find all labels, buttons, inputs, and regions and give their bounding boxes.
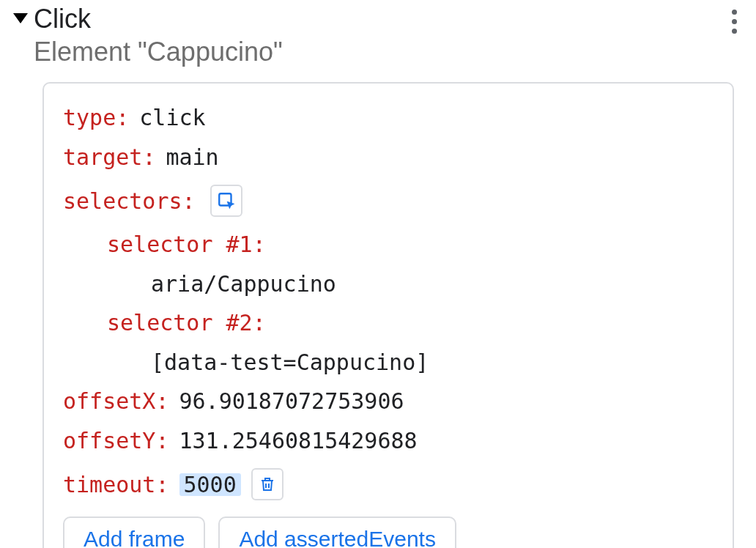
delete-timeout-button[interactable]: [251, 468, 284, 500]
field-timeout[interactable]: timeout: 5000: [63, 468, 714, 500]
field-key: offsetX: [63, 390, 155, 413]
field-key: selector #2: [107, 311, 253, 335]
field-selector-2[interactable]: selector #2:: [63, 311, 714, 335]
field-offset-x[interactable]: offsetX: 96.90187072753906: [63, 390, 714, 413]
step-action-buttons: Add frame Add assertedEvents: [63, 516, 714, 548]
field-value: [data-test=Cappucino]: [151, 351, 429, 374]
recorder-step: Click Element "Cappucino" type: click ta…: [0, 0, 756, 548]
field-offset-y[interactable]: offsetY: 131.25460815429688: [63, 429, 714, 453]
field-value: aria/Cappucino: [151, 273, 336, 296]
collapse-toggle-icon[interactable]: [13, 13, 28, 23]
selector-picker-icon: [217, 191, 236, 210]
field-value: click: [139, 106, 205, 130]
field-key: offsetY: [63, 429, 155, 453]
field-target[interactable]: target: main: [63, 146, 714, 169]
field-key: selectors: [63, 190, 182, 213]
field-value: 96.90187072753906: [179, 390, 404, 413]
field-key: timeout: [63, 473, 155, 497]
pick-element-button[interactable]: [210, 185, 242, 217]
field-selector-1-value[interactable]: aria/Cappucino: [63, 273, 714, 296]
timeout-input[interactable]: 5000: [179, 473, 241, 497]
field-value: main: [166, 146, 218, 169]
step-menu-button[interactable]: [719, 3, 749, 36]
add-asserted-events-button[interactable]: Add assertedEvents: [218, 516, 456, 548]
trash-icon: [259, 475, 276, 493]
field-value: 131.25460815429688: [179, 429, 418, 453]
field-selectors[interactable]: selectors:: [63, 185, 714, 217]
step-header: Click Element "Cappucino": [13, 3, 749, 67]
step-title: Click: [34, 3, 719, 34]
field-selector-1[interactable]: selector #1:: [63, 233, 714, 256]
kebab-icon: [732, 7, 737, 36]
field-key: type: [63, 106, 116, 130]
step-header-titles: Click Element "Cappucino": [34, 3, 719, 67]
field-key: selector #1: [107, 233, 253, 256]
step-details-panel: type: click target: main selectors: sele…: [42, 82, 734, 548]
field-selector-2-value[interactable]: [data-test=Cappucino]: [63, 351, 714, 374]
add-frame-button[interactable]: Add frame: [63, 516, 205, 548]
field-key: target: [63, 146, 142, 169]
field-type[interactable]: type: click: [63, 106, 714, 130]
step-subtitle: Element "Cappucino": [34, 36, 719, 67]
